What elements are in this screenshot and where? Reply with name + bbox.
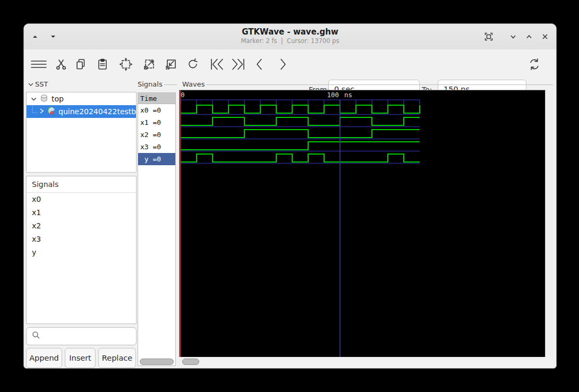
titlebar: GTKWave - wave.ghw Marker: 2 fs | Cursor… bbox=[24, 24, 556, 50]
toolbar: From: 0 sec To: 150 ns bbox=[24, 49, 556, 79]
signal-browser-item-x0[interactable]: x0 bbox=[27, 193, 136, 206]
timeline-label-unit: ns bbox=[344, 91, 352, 99]
waves-frame-label: Waves bbox=[182, 80, 205, 88]
tree-node-testbench[interactable]: quine20240422testbench bbox=[27, 105, 136, 118]
sst-tree: top quine20240422testbench bbox=[26, 92, 137, 173]
close-icon bbox=[541, 32, 549, 41]
tree-node-label: top bbox=[52, 95, 64, 103]
wave-canvas[interactable]: 0100ns bbox=[179, 90, 546, 357]
waveform-plot: 0100ns bbox=[180, 90, 546, 357]
search-icon bbox=[32, 331, 40, 342]
waveform-trace-y bbox=[181, 154, 420, 162]
values-hscrollbar[interactable] bbox=[138, 357, 176, 366]
frame-line bbox=[164, 84, 177, 85]
fullscreen-button[interactable] bbox=[482, 30, 496, 44]
waves-vscrollbar[interactable] bbox=[545, 90, 554, 357]
signal-value-rows: x0 =0x1 =0x2 =0x3 =0 y =0 bbox=[138, 104, 175, 165]
double-chevron-left-bar-icon bbox=[210, 57, 225, 71]
window-subtitle: Marker: 2 fs | Cursor: 13700 ps bbox=[24, 37, 556, 45]
zoom-out-button[interactable] bbox=[161, 55, 181, 74]
replace-button[interactable]: Replace bbox=[98, 348, 136, 368]
zoom-in-button[interactable] bbox=[140, 55, 159, 74]
paste-button[interactable] bbox=[93, 55, 112, 74]
architecture-sphere-icon bbox=[47, 106, 56, 117]
window-title: GTKWave - wave.ghw bbox=[24, 27, 556, 37]
timeline-label: 100 bbox=[327, 91, 339, 99]
double-chevron-right-bar-icon bbox=[231, 57, 245, 71]
minimize-button[interactable] bbox=[506, 30, 520, 44]
go-to-end-button[interactable] bbox=[228, 55, 248, 74]
waveform-trace-x0 bbox=[181, 105, 420, 113]
zoom-in-icon bbox=[142, 57, 156, 71]
scrollbar-thumb[interactable] bbox=[140, 359, 174, 365]
titlebar-text: GTKWave - wave.ghw Marker: 2 fs | Cursor… bbox=[24, 27, 556, 45]
reload-button[interactable] bbox=[525, 55, 544, 74]
chevron-down-icon bbox=[509, 32, 517, 41]
gtkwave-window: GTKWave - wave.ghw Marker: 2 fs | Cursor… bbox=[23, 23, 557, 369]
timeline-label: 0 bbox=[181, 91, 185, 99]
scrollbar-thumb[interactable] bbox=[182, 359, 199, 365]
signal-value-row[interactable]: y =0 bbox=[138, 153, 175, 165]
search-input[interactable] bbox=[26, 327, 137, 345]
reload-icon bbox=[527, 57, 541, 71]
signal-value-row[interactable]: x3 =0 bbox=[138, 141, 175, 153]
signals-frame-label-row: Signals bbox=[138, 80, 177, 88]
signal-browser-item-x2[interactable]: x2 bbox=[27, 219, 136, 233]
expander-chevron-right-icon bbox=[39, 107, 44, 116]
insert-button[interactable]: Insert bbox=[65, 348, 96, 368]
expander-chevron-down-icon bbox=[31, 95, 37, 103]
maximize-button[interactable] bbox=[522, 30, 536, 44]
signal-browser-header: Signals bbox=[27, 176, 136, 193]
append-button[interactable]: Append bbox=[26, 348, 62, 368]
waveform-trace-x1 bbox=[181, 117, 420, 125]
sst-label: SST bbox=[35, 80, 48, 88]
scissors-icon bbox=[55, 58, 67, 71]
menu-button[interactable] bbox=[29, 55, 48, 74]
frame-line bbox=[206, 84, 553, 85]
undo-icon bbox=[186, 57, 200, 71]
clipboard-icon bbox=[96, 58, 109, 71]
shift-left-button[interactable] bbox=[250, 55, 269, 74]
zoom-fit-icon bbox=[119, 57, 133, 71]
chevron-up-icon bbox=[525, 32, 533, 41]
zoom-out-icon bbox=[164, 57, 178, 71]
signal-browser-item-y[interactable]: y bbox=[27, 246, 136, 259]
copy-icon bbox=[74, 58, 87, 71]
module-cylinder-icon bbox=[40, 94, 48, 104]
signal-value-row[interactable]: x1 =0 bbox=[138, 116, 175, 129]
chevron-right-icon bbox=[277, 57, 288, 71]
chevron-left-icon bbox=[254, 57, 266, 71]
shift-right-button[interactable] bbox=[273, 55, 292, 74]
waveform-trace-x2 bbox=[181, 130, 420, 138]
time-header[interactable]: Time bbox=[138, 93, 175, 104]
undo-button[interactable] bbox=[183, 55, 202, 74]
signal-value-row[interactable]: x0 =0 bbox=[138, 104, 175, 116]
close-button[interactable] bbox=[538, 30, 552, 44]
waveform-trace-x3 bbox=[181, 142, 420, 150]
waves-frame-label-row: Waves bbox=[182, 80, 553, 88]
signal-value-row[interactable]: x2 =0 bbox=[138, 129, 175, 141]
sst-section-header[interactable]: SST bbox=[28, 80, 65, 88]
tree-guide-lines bbox=[31, 105, 38, 118]
chevron-down-icon bbox=[28, 80, 33, 88]
hamburger-menu-icon bbox=[30, 58, 47, 71]
copy-button[interactable] bbox=[71, 55, 90, 74]
waves-hscrollbar[interactable] bbox=[180, 357, 553, 366]
zoom-fit-button[interactable] bbox=[116, 55, 135, 74]
signals-frame-label: Signals bbox=[138, 80, 163, 88]
signal-browser-item-x1[interactable]: x1 bbox=[27, 206, 136, 219]
fullscreen-icon bbox=[483, 31, 494, 42]
signal-value-list: Time x0 =0x1 =0x2 =0x3 =0 y =0 bbox=[138, 92, 176, 366]
tree-node-label: quine20240422testbench bbox=[58, 107, 136, 116]
cut-button[interactable] bbox=[52, 55, 71, 74]
go-to-start-button[interactable] bbox=[208, 55, 227, 74]
signal-browser: Signals x0x1x2x3y bbox=[26, 176, 137, 324]
tree-node-top[interactable]: top bbox=[27, 92, 136, 105]
signal-browser-item-x3[interactable]: x3 bbox=[27, 233, 136, 246]
signal-browser-items: x0x1x2x3y bbox=[27, 193, 136, 259]
